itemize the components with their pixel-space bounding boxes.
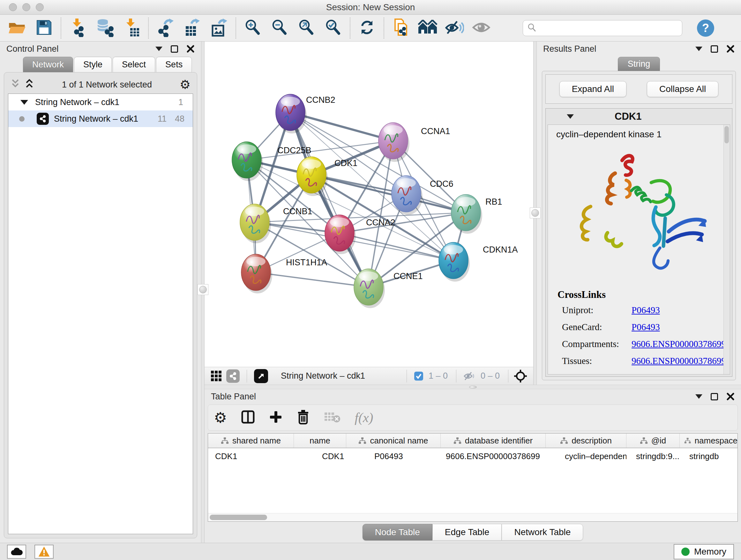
cell-shared-name[interactable]: CDK1 — [208, 451, 294, 461]
open-file-button[interactable] — [4, 17, 30, 40]
expand-all-networks-button[interactable] — [24, 78, 34, 91]
genecard-link[interactable]: P06493 — [631, 322, 660, 332]
hide-panels-button[interactable] — [441, 17, 468, 40]
table-horizontal-scrollbar[interactable] — [208, 513, 738, 521]
tab-string[interactable]: String — [618, 57, 660, 71]
tab-node-table[interactable]: Node Table — [362, 524, 432, 541]
network-canvas[interactable]: CCNB2CCNA1CDC25BCDK1CDC6RB1CCNB1CCNA2CDK… — [205, 42, 533, 367]
network-graph[interactable]: CCNB2CCNA1CDC25BCDK1CDC6RB1CCNB1CCNA2CDK… — [205, 42, 533, 367]
tree-expand-icon[interactable] — [20, 100, 28, 105]
table-options-button[interactable]: ⚙ — [214, 410, 227, 425]
home-view-button[interactable] — [414, 17, 441, 40]
export-network-button[interactable] — [152, 17, 179, 40]
network-options-button[interactable]: ⚙ — [180, 78, 191, 91]
toolbar-search-box[interactable] — [523, 20, 682, 36]
panel-float-button[interactable] — [711, 45, 718, 53]
column-header-id[interactable]: @id — [626, 434, 680, 448]
zoom-fit-button[interactable] — [293, 17, 320, 40]
save-session-button[interactable] — [30, 17, 57, 40]
divider-handle[interactable] — [469, 386, 477, 388]
divider-handle[interactable] — [530, 207, 541, 219]
network-collection-row[interactable]: String Network – cdk1 1 — [8, 94, 193, 111]
import-network-file-button[interactable] — [64, 17, 91, 40]
divider-handle[interactable] — [198, 284, 208, 295]
network-node-CCNE1[interactable] — [354, 269, 385, 308]
show-columns-button[interactable] — [241, 410, 255, 425]
minimize-window-button[interactable] — [22, 3, 30, 11]
cell-name[interactable]: CDK1 — [294, 451, 346, 461]
table-row[interactable]: CDK1 CDK1 P06493 9606.ENSP00000378699 cy… — [208, 448, 738, 464]
pharos-link[interactable]: P06493 — [631, 373, 660, 374]
selected-checkbox[interactable] — [414, 371, 423, 381]
show-panel-button[interactable] — [468, 17, 495, 40]
panel-close-button[interactable] — [186, 45, 195, 53]
expand-all-button[interactable]: Expand All — [559, 81, 626, 97]
table-panel-divider[interactable] — [205, 385, 741, 389]
zoom-in-button[interactable] — [239, 17, 266, 40]
birds-eye-view-button[interactable] — [210, 370, 222, 382]
tab-edge-table[interactable]: Edge Table — [432, 524, 502, 541]
clone-network-view-button[interactable] — [387, 17, 414, 40]
column-header-shared-name[interactable]: shared name — [208, 434, 294, 448]
tab-select[interactable]: Select — [113, 57, 155, 72]
column-header-canonical-name[interactable]: canonical name — [346, 434, 441, 448]
left-panel-divider[interactable] — [201, 42, 205, 543]
cell-description[interactable]: cyclin–dependent ... — [546, 451, 626, 461]
scrollbar-thumb[interactable] — [210, 515, 267, 520]
function-builder-button[interactable]: f(x) — [354, 410, 373, 425]
network-node-CCNB2[interactable] — [276, 94, 307, 133]
center-view-button[interactable] — [514, 369, 528, 383]
collapse-all-button[interactable]: Collapse All — [647, 81, 718, 97]
collapse-all-networks-button[interactable] — [10, 78, 20, 91]
network-node-CCNA2[interactable] — [325, 215, 356, 254]
node-section-header[interactable]: CDK1 — [546, 109, 732, 125]
network-node-CCNA1[interactable] — [379, 123, 409, 162]
zoom-selected-button[interactable] — [320, 17, 347, 40]
cell-namespace[interactable]: stringdb — [680, 451, 738, 461]
panel-menu-button[interactable] — [155, 47, 162, 51]
section-collapse-icon[interactable] — [567, 114, 574, 119]
compartments-link[interactable]: 9606.ENSP00000378699 — [631, 339, 726, 349]
cloud-status-button[interactable] — [7, 545, 26, 559]
cell-database-identifier[interactable]: 9606.ENSP00000378699 — [441, 451, 546, 461]
column-header-namespace[interactable]: namespace — [680, 434, 738, 448]
import-network-database-button[interactable] — [91, 17, 118, 40]
help-button[interactable]: ? — [696, 19, 715, 37]
network-row-selected[interactable]: String Network – cdk1 11 48 — [8, 111, 193, 127]
network-type-badge[interactable] — [226, 369, 240, 383]
panel-float-button[interactable] — [711, 393, 718, 400]
network-node-RB1[interactable] — [451, 194, 482, 234]
tab-network[interactable]: Network — [23, 57, 73, 72]
column-header-database-identifier[interactable]: database identifier — [441, 434, 546, 448]
zoom-out-button[interactable] — [266, 17, 293, 40]
delete-column-button[interactable] — [296, 409, 310, 426]
network-edge[interactable] — [256, 272, 368, 287]
export-image-button[interactable] — [205, 17, 232, 40]
close-window-button[interactable] — [9, 3, 17, 11]
export-table-button[interactable] — [179, 17, 205, 40]
results-panel-divider[interactable] — [533, 42, 537, 385]
panel-menu-button[interactable] — [695, 47, 702, 51]
cell-id[interactable]: stringdb:9... — [626, 451, 680, 461]
delete-table-button[interactable] — [324, 411, 340, 425]
column-header-description[interactable]: description — [546, 434, 626, 448]
network-node-CDKN1A[interactable] — [439, 242, 470, 282]
search-input[interactable] — [540, 23, 678, 33]
network-edges[interactable] — [247, 112, 466, 287]
panel-float-button[interactable] — [171, 45, 178, 53]
import-table-file-button[interactable] — [118, 17, 145, 40]
add-column-button[interactable] — [269, 410, 282, 425]
goto-network-button[interactable] — [254, 369, 268, 383]
scrollbar-thumb[interactable] — [724, 126, 729, 143]
network-node-CCNB1[interactable] — [240, 204, 271, 243]
hidden-toggle[interactable] — [463, 371, 475, 381]
warning-status-button[interactable] — [35, 545, 54, 559]
cell-canonical-name[interactable]: P06493 — [346, 451, 441, 461]
refresh-layout-button[interactable] — [354, 17, 381, 40]
column-header-name[interactable]: name — [294, 434, 346, 448]
panel-menu-button[interactable] — [695, 394, 702, 399]
panel-close-button[interactable] — [726, 392, 735, 401]
uniprot-link[interactable]: P06493 — [631, 305, 660, 315]
results-scrollbar[interactable] — [724, 125, 730, 374]
tissues-link[interactable]: 9606.ENSP00000378699 — [631, 356, 726, 366]
